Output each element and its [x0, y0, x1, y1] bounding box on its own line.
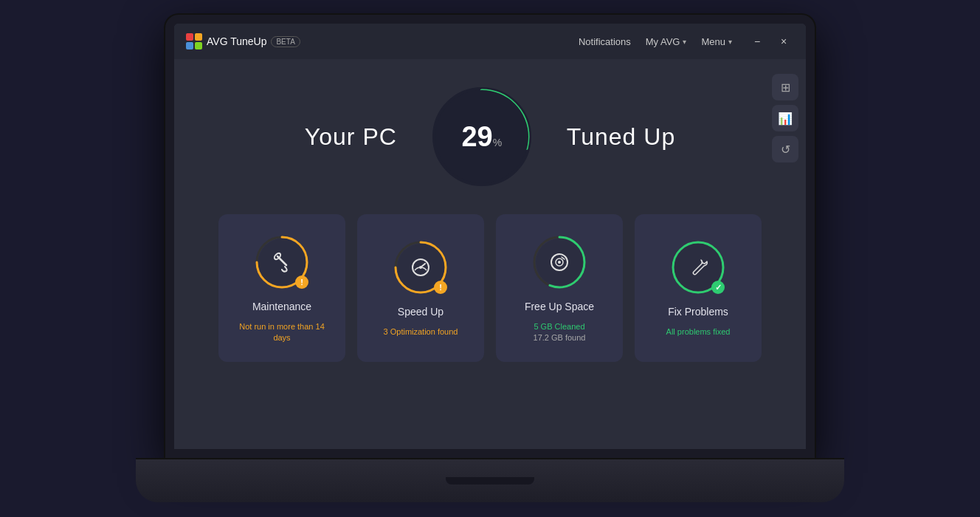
fixproblems-title: Fix Problems	[668, 306, 728, 318]
laptop-screen: AVG TuneUp BETA Notifications My AVG ▾ M…	[165, 15, 815, 458]
sidebar-icons: ⊞ 📊 ↺	[772, 74, 798, 162]
svg-point-10	[419, 266, 422, 269]
score-section: Your PC 29%	[305, 81, 675, 192]
my-avg-chevron: ▾	[683, 38, 686, 46]
cards-row: ! Maintenance Not run in more than 14 da…	[218, 214, 762, 362]
maintenance-title: Maintenance	[252, 301, 311, 312]
card-freespace[interactable]: Free Up Space 5 GB Cleaned 17.2 GB found	[496, 214, 623, 362]
close-button[interactable]: ×	[773, 31, 794, 52]
speedup-icon-wrapper: !	[391, 238, 450, 297]
freespace-icon-wrapper	[530, 233, 589, 292]
card-speedup[interactable]: ! Speed Up 3 Optimization found	[357, 214, 484, 362]
fixproblems-subtitle: All problems fixed	[666, 326, 731, 338]
freespace-title: Free Up Space	[525, 301, 594, 312]
laptop-base	[136, 458, 844, 502]
speed-svg	[409, 256, 432, 279]
speedup-title: Speed Up	[398, 306, 444, 318]
app-window: AVG TuneUp BETA Notifications My AVG ▾ M…	[174, 24, 806, 449]
speedup-subtitle: 3 Optimization found	[384, 326, 458, 338]
menu-chevron: ▾	[728, 38, 732, 46]
laptop-wrapper: AVG TuneUp BETA Notifications My AVG ▾ M…	[136, 15, 844, 502]
sidebar-refresh-icon[interactable]: ↺	[772, 136, 798, 162]
hdd-svg	[548, 250, 571, 274]
title-bar-left: AVG TuneUp BETA	[186, 33, 300, 49]
score-prefix: Your PC	[305, 123, 397, 151]
sidebar-chart-icon[interactable]: 📊	[772, 105, 798, 131]
avg-logo-icon	[186, 33, 202, 49]
main-content: ⊞ 📊 ↺ Your PC	[174, 59, 806, 449]
beta-badge: BETA	[271, 36, 300, 47]
wrench-svg	[686, 256, 710, 279]
maintenance-icon-wrapper: !	[252, 233, 311, 292]
maintenance-badge: !	[295, 275, 308, 289]
broom-svg	[270, 250, 294, 274]
fixproblems-icon-wrapper: ✓	[669, 238, 728, 297]
score-number: 29%	[461, 123, 502, 151]
title-bar: AVG TuneUp BETA Notifications My AVG ▾ M…	[174, 24, 806, 59]
maintenance-subtitle: Not run in more than 14 days	[230, 321, 334, 344]
freespace-icon	[536, 239, 583, 286]
freespace-subtitle1: 5 GB Cleaned	[534, 321, 586, 332]
notifications-link[interactable]: Notifications	[579, 36, 631, 47]
minimize-button[interactable]: −	[747, 31, 767, 52]
my-avg-link[interactable]: My AVG ▾	[646, 36, 687, 47]
title-bar-right: Notifications My AVG ▾ Menu ▾ − ×	[579, 31, 794, 52]
freespace-subtitle2: 17.2 GB found	[534, 332, 586, 343]
window-controls: − ×	[747, 31, 794, 52]
freespace-subtitle-group: 5 GB Cleaned 17.2 GB found	[534, 321, 586, 344]
menu-link[interactable]: Menu ▾	[701, 36, 732, 47]
score-suffix: Tuned Up	[567, 123, 675, 151]
sidebar-grid-icon[interactable]: ⊞	[772, 74, 798, 100]
avg-logo: AVG TuneUp BETA	[186, 33, 300, 49]
score-inner: 29%	[435, 90, 528, 183]
card-fixproblems[interactable]: ✓ Fix Problems All problems fixed	[635, 214, 762, 362]
svg-point-15	[558, 261, 561, 264]
app-title: AVG TuneUp	[207, 35, 266, 47]
card-maintenance[interactable]: ! Maintenance Not run in more than 14 da…	[218, 214, 345, 362]
score-circle: 29%	[427, 81, 537, 192]
